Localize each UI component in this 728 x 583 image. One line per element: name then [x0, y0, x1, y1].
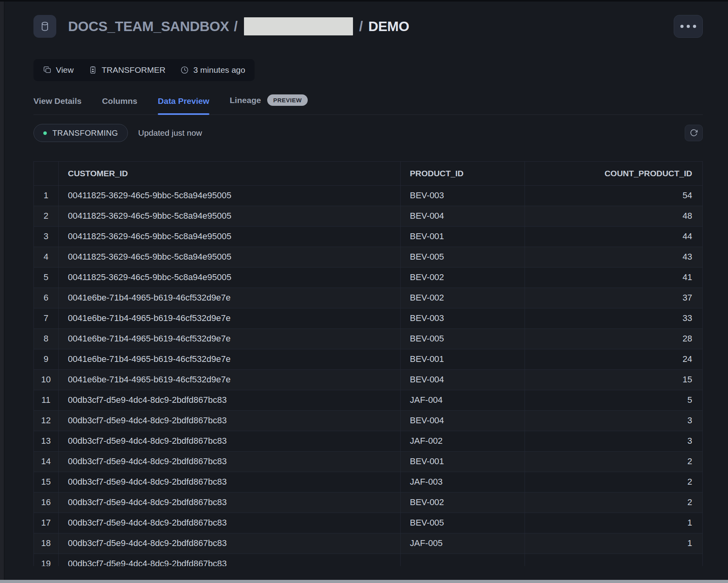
row-number-cell: 4 [34, 247, 58, 267]
table-row: 200411825-3629-46c5-9bbc-5c8a94e95005BEV… [34, 206, 702, 226]
table-row: 300411825-3629-46c5-9bbc-5c8a94e95005BEV… [34, 226, 702, 247]
clock-icon [180, 66, 189, 74]
table-row: 1200db3cf7-d5e9-4dc4-8dc9-2bdfd867bc83BE… [34, 410, 702, 431]
tab-data-preview[interactable]: Data Preview [158, 96, 209, 114]
customer-id-cell: 0041e6be-71b4-4965-b619-46cf532d9e7e [58, 328, 400, 349]
customer-id-cell: 00411825-3629-46c5-9bbc-5c8a94e95005 [58, 206, 400, 226]
object-role: TRANSFORMER [89, 65, 165, 75]
product-id-cell [400, 553, 525, 566]
row-number-cell: 19 [34, 553, 58, 566]
more-actions-button[interactable] [674, 15, 703, 38]
count-product-id-cell: 28 [525, 328, 702, 349]
row-number-cell: 9 [34, 349, 58, 369]
customer-id-cell: 0041e6be-71b4-4965-b619-46cf532d9e7e [58, 308, 400, 328]
product-id-cell: BEV-005 [400, 247, 525, 267]
customer-id-cell: 00db3cf7-d5e9-4dc4-8dc9-2bdfd867bc83 [58, 553, 400, 566]
breadcrumb-separator-2: / [359, 18, 363, 34]
product-id-cell: BEV-004 [400, 410, 525, 431]
table-row: 400411825-3629-46c5-9bbc-5c8a94e95005BEV… [34, 247, 702, 267]
count-product-id-cell: 2 [525, 451, 702, 472]
customer-id-cell: 00db3cf7-d5e9-4dc4-8dc9-2bdfd867bc83 [58, 410, 400, 431]
count-product-id-cell: 24 [525, 349, 702, 369]
status-badge-label: TRANSFORMING [52, 129, 118, 138]
product-id-cell: BEV-001 [400, 349, 525, 369]
tab-view-details[interactable]: View Details [33, 96, 81, 114]
customer-id-cell: 00db3cf7-d5e9-4dc4-8dc9-2bdfd867bc83 [58, 390, 400, 410]
count-product-id-cell: 2 [525, 472, 702, 492]
updated-just-now-text: Updated just now [138, 128, 202, 138]
data-preview-table: CUSTOMER_IDPRODUCT_IDCOUNT_PRODUCT_ID 10… [34, 162, 702, 566]
count-product-id-cell: 48 [525, 206, 702, 226]
count-product-id-cell: 44 [525, 226, 702, 247]
product-id-cell: BEV-004 [400, 206, 525, 226]
table-row: 90041e6be-71b4-4965-b619-46cf532d9e7eBEV… [34, 349, 702, 369]
object-updated: 3 minutes ago [180, 65, 245, 75]
table-body: 100411825-3629-46c5-9bbc-5c8a94e95005BEV… [34, 185, 702, 566]
row-number-cell: 13 [34, 431, 58, 451]
tab-lineage[interactable]: LineagePREVIEW [230, 94, 308, 114]
table-row: 1100db3cf7-d5e9-4dc4-8dc9-2bdfd867bc83JA… [34, 390, 702, 410]
tab-label: Columns [102, 96, 137, 106]
count-product-id-cell: 41 [525, 267, 702, 288]
horizontal-scrollbar[interactable] [0, 580, 728, 583]
table-row: 60041e6be-71b4-4965-b619-46cf532d9e7eBEV… [34, 288, 702, 308]
customer-id-cell: 00411825-3629-46c5-9bbc-5c8a94e95005 [58, 226, 400, 247]
row-number-cell: 7 [34, 308, 58, 328]
product-id-cell: JAF-002 [400, 431, 525, 451]
product-id-cell: BEV-002 [400, 288, 525, 308]
count-product-id-cell: 15 [525, 369, 702, 390]
status-dot-icon [43, 131, 47, 135]
ellipsis-icon [687, 25, 690, 28]
customer-id-cell: 00db3cf7-d5e9-4dc4-8dc9-2bdfd867bc83 [58, 451, 400, 472]
count-product-id-cell: 2 [525, 492, 702, 513]
product-id-cell: JAF-004 [400, 390, 525, 410]
table-row: 80041e6be-71b4-4965-b619-46cf532d9e7eBEV… [34, 328, 702, 349]
product-id-cell: BEV-001 [400, 226, 525, 247]
row-number-cell: 14 [34, 451, 58, 472]
table-row: 70041e6be-71b4-4965-b619-46cf532d9e7eBEV… [34, 308, 702, 328]
row-number-header [34, 162, 58, 185]
tab-label: Data Preview [158, 96, 209, 106]
ellipsis-icon [680, 25, 684, 28]
row-number-cell: 11 [34, 390, 58, 410]
preview-status-row: TRANSFORMING Updated just now [33, 124, 703, 142]
product-id-cell: JAF-005 [400, 533, 525, 553]
row-number-cell: 6 [34, 288, 58, 308]
tab-label: View Details [33, 96, 81, 106]
row-number-cell: 17 [34, 513, 58, 533]
tab-label: Lineage [230, 96, 261, 105]
table-row: 1500db3cf7-d5e9-4dc4-8dc9-2bdfd867bc83JA… [34, 472, 702, 492]
status-badge: TRANSFORMING [33, 124, 128, 142]
window-left-edge [0, 0, 4, 583]
preview-badge: PREVIEW [267, 94, 308, 106]
customer-id-cell: 00db3cf7-d5e9-4dc4-8dc9-2bdfd867bc83 [58, 533, 400, 553]
count-product-id-cell: 54 [525, 185, 702, 206]
breadcrumb-separator-1: / [234, 18, 237, 34]
customer-id-cell: 0041e6be-71b4-4965-b619-46cf532d9e7e [58, 349, 400, 369]
table-header-row: CUSTOMER_IDPRODUCT_IDCOUNT_PRODUCT_ID [34, 162, 702, 185]
customer-id-cell: 00db3cf7-d5e9-4dc4-8dc9-2bdfd867bc83 [58, 431, 400, 451]
tab-columns[interactable]: Columns [102, 96, 137, 114]
data-preview-page: DOCS_TEAM_SANDBOX / / DEMO View TR [5, 0, 728, 580]
ellipsis-icon [693, 25, 696, 28]
table-row: 1300db3cf7-d5e9-4dc4-8dc9-2bdfd867bc83JA… [34, 431, 702, 451]
row-number-cell: 12 [34, 410, 58, 431]
row-number-cell: 16 [34, 492, 58, 513]
count-product-id-cell: 1 [525, 533, 702, 553]
count-product-id-cell: 5 [525, 390, 702, 410]
customer-id-cell: 00db3cf7-d5e9-4dc4-8dc9-2bdfd867bc83 [58, 492, 400, 513]
row-number-cell: 15 [34, 472, 58, 492]
column-header-product_id: PRODUCT_ID [400, 162, 525, 185]
table-row: 100041e6be-71b4-4965-b619-46cf532d9e7eBE… [34, 369, 702, 390]
customer-id-cell: 00db3cf7-d5e9-4dc4-8dc9-2bdfd867bc83 [58, 513, 400, 533]
page-title: DOCS_TEAM_SANDBOX / / DEMO [68, 17, 409, 35]
product-id-cell: BEV-003 [400, 185, 525, 206]
product-id-cell: JAF-003 [400, 472, 525, 492]
row-number-cell: 3 [34, 226, 58, 247]
count-product-id-cell: 3 [525, 431, 702, 451]
column-header-customer_id: CUSTOMER_ID [58, 162, 400, 185]
product-id-cell: BEV-005 [400, 328, 525, 349]
customer-id-cell: 0041e6be-71b4-4965-b619-46cf532d9e7e [58, 288, 400, 308]
table-row: 1900db3cf7-d5e9-4dc4-8dc9-2bdfd867bc83 [34, 553, 702, 566]
refresh-button[interactable] [685, 125, 703, 141]
